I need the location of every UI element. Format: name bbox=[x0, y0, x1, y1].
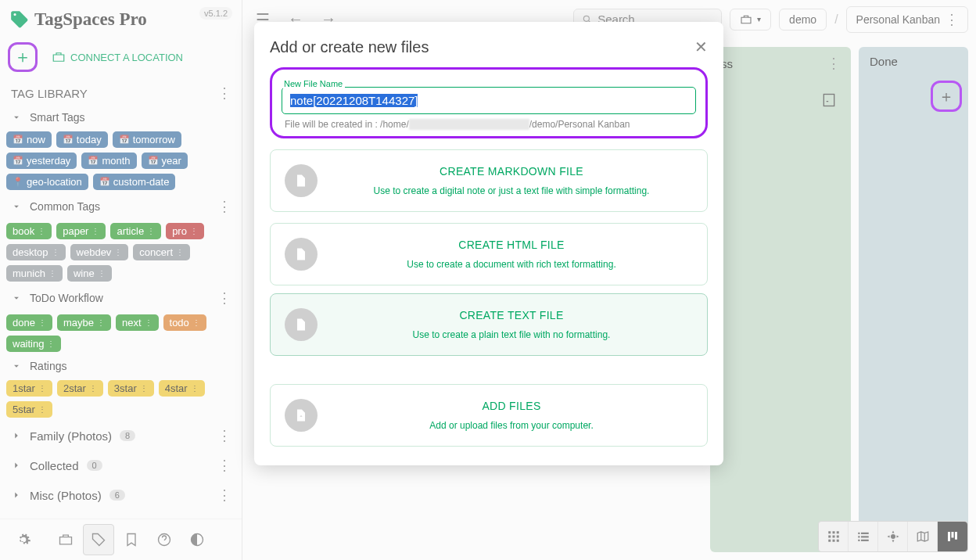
option-subtitle: Use to create a digital note or just a t… bbox=[330, 185, 693, 196]
option-title: CREATE MARKDOWN FILE bbox=[330, 165, 693, 178]
filename-label: New File Name bbox=[282, 79, 345, 88]
option-title: CREATE HTML FILE bbox=[330, 239, 693, 251]
filename-input[interactable]: note[20221208T144327] bbox=[282, 87, 696, 114]
file-icon bbox=[293, 317, 309, 332]
create-option-3[interactable]: ADD FILESAdd or upload files from your c… bbox=[270, 384, 708, 447]
file-icon bbox=[293, 246, 309, 262]
create-option-0[interactable]: CREATE MARKDOWN FILEUse to create a digi… bbox=[270, 149, 708, 212]
create-option-2[interactable]: CREATE TEXT FILEUse to create a plain te… bbox=[270, 293, 708, 356]
option-title: ADD FILES bbox=[330, 400, 693, 412]
close-icon[interactable]: ✕ bbox=[694, 38, 708, 56]
option-title: CREATE TEXT FILE bbox=[330, 309, 693, 321]
create-option-1[interactable]: CREATE HTML FILEUse to create a document… bbox=[270, 223, 708, 285]
create-file-modal: Add or create new files ✕ New File Name … bbox=[254, 22, 723, 465]
filename-field-wrap: New File Name note[20221208T144327] File… bbox=[270, 67, 708, 138]
file-icon bbox=[293, 173, 309, 188]
filename-helper: File will be created in : /home/xxxxxxxx… bbox=[282, 114, 696, 131]
option-subtitle: Add or upload files from your computer. bbox=[330, 420, 693, 431]
modal-title: Add or create new files bbox=[270, 38, 429, 56]
upload-file-icon bbox=[293, 407, 309, 423]
option-subtitle: Use to create a plain text file with no … bbox=[330, 329, 693, 340]
option-subtitle: Use to create a document with rich text … bbox=[330, 259, 693, 270]
